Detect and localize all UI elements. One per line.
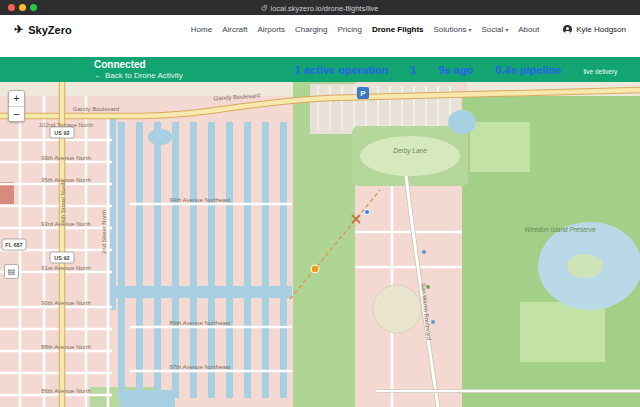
map-label: 86th Avenue North	[41, 388, 91, 394]
map-label: 87th Avenue Northeast	[170, 364, 231, 370]
map-label: 2nd Street North	[101, 210, 107, 254]
nav-item-home[interactable]: Home	[191, 25, 212, 34]
live-delivery-label: live delivery	[583, 69, 617, 76]
connection-block: Connected ← Back to Drone Activity	[94, 59, 183, 80]
user-avatar-icon	[563, 25, 572, 34]
map-label: 102nd Terrace North	[39, 122, 94, 128]
active-operations-metric: 1 active operation	[295, 64, 389, 76]
map-label: 90th Avenue North	[41, 300, 91, 306]
close-window-button[interactable]	[8, 4, 15, 11]
url-text: local.skyzero.io/drone-flights/live	[271, 3, 379, 12]
minimize-window-button[interactable]	[19, 4, 26, 11]
zoom-out-button[interactable]: −	[9, 106, 24, 121]
map-label: 93rd Avenue North	[41, 221, 91, 227]
map-label: 89th Avenue Northeast	[170, 320, 231, 326]
address-bar[interactable]: local.skyzero.io/drone-flights/live	[262, 3, 379, 12]
nav-item-aircraft[interactable]: Aircraft	[222, 25, 247, 34]
zoom-in-button[interactable]: +	[9, 91, 24, 106]
map-label: Weedon Island Preserve	[524, 226, 595, 233]
map-label: 99th Avenue North	[41, 155, 91, 161]
map-label: 94th Avenue Northeast	[170, 197, 231, 203]
app-header: ✈ SkyZero Home Aircraft Airports Chargin…	[0, 15, 640, 44]
parking-marker[interactable]: P	[357, 87, 369, 99]
zoom-control: + −	[8, 90, 25, 122]
nav-item-about[interactable]: About	[518, 25, 539, 34]
map-label: Gandy Boulevard	[73, 106, 119, 112]
waypoint-marker[interactable]	[365, 210, 370, 215]
nav-item-charging[interactable]: Charging	[295, 25, 327, 34]
plane-icon: ✈	[14, 23, 23, 36]
nav-item-pricing[interactable]: Pricing	[338, 25, 362, 34]
live-metrics: 1 active operation 1 9s ago 0.4s pipelin…	[295, 64, 618, 76]
brand-logo[interactable]: ✈ SkyZero	[14, 23, 72, 36]
map-label: 91st Avenue North	[41, 265, 90, 271]
brand-name: SkyZero	[28, 24, 71, 36]
fl687-shield: FL 687	[5, 242, 22, 248]
map-label: 4th Street North	[60, 181, 66, 223]
map-layers-button[interactable]: ▤	[4, 264, 19, 279]
chevron-down-icon: ▾	[505, 26, 508, 33]
chevron-down-icon: ▾	[468, 26, 471, 33]
browser-chrome: local.skyzero.io/drone-flights/live	[0, 0, 640, 15]
map-canvas[interactable]: P US 92 US 92 FL 687 Gandy Boulevard Gan…	[0, 82, 640, 407]
nav-item-solutions[interactable]: Solutions ▾	[434, 25, 472, 34]
maximize-window-button[interactable]	[30, 4, 37, 11]
back-to-drone-activity-link[interactable]: ← Back to Drone Activity	[94, 71, 183, 80]
derby-lane-grounds	[352, 126, 468, 186]
header-gap	[0, 44, 640, 57]
lock-icon	[262, 7, 267, 11]
parking-icon: P	[360, 89, 366, 98]
lake-island	[567, 254, 603, 278]
drone-position-marker[interactable]	[311, 265, 319, 273]
map-label: 88th Avenue North	[41, 344, 91, 350]
connection-status: Connected	[94, 59, 183, 71]
map-svg: P US 92 US 92 FL 687 Gandy Boulevard Gan…	[0, 82, 640, 407]
queue-count-metric: 1	[410, 64, 416, 76]
last-update-metric: 9s ago	[438, 64, 473, 76]
status-bar: Connected ← Back to Drone Activity 1 act…	[0, 57, 640, 82]
main-nav: Home Aircraft Airports Charging Pricing …	[191, 25, 626, 34]
map-label: Derby Lane	[393, 147, 427, 155]
user-menu[interactable]: Kyle Hodgson	[563, 25, 626, 34]
nav-item-airports[interactable]: Airports	[257, 25, 285, 34]
user-name: Kyle Hodgson	[576, 25, 626, 34]
us92-shield: US 92	[54, 255, 69, 261]
clearing-area	[373, 285, 421, 333]
pipeline-metric: 0.4s pipeline	[495, 64, 561, 76]
back-arrow-icon: ←	[94, 71, 102, 80]
nav-item-drone-flights[interactable]: Drone Flights	[372, 25, 424, 34]
us92-shield: US 92	[54, 130, 69, 136]
nav-item-social[interactable]: Social ▾	[481, 25, 508, 34]
map-label: 95th Avenue North	[41, 177, 91, 183]
